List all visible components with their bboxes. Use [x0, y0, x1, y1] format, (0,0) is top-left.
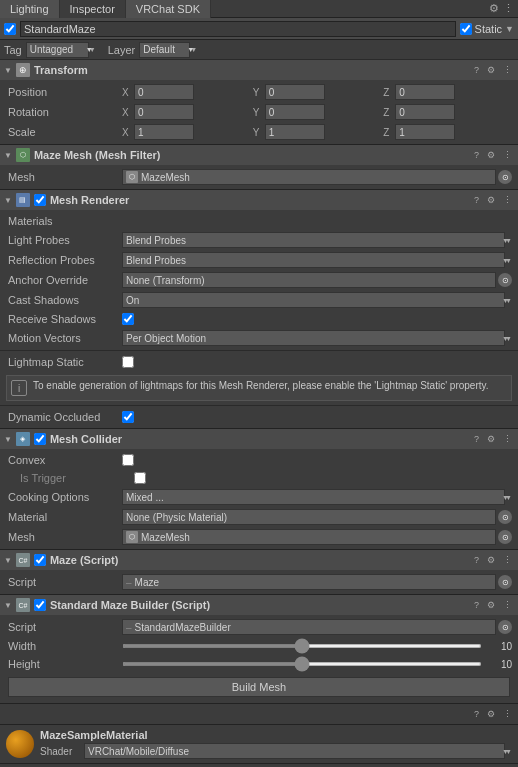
mesh-renderer-header[interactable]: ▼ ▤ Mesh Renderer ? ⚙ ⋮ — [0, 190, 518, 210]
rot-y-input[interactable] — [265, 104, 325, 120]
mesh-collider-menu-icon[interactable]: ⚙ — [485, 434, 497, 444]
static-checkbox[interactable] — [460, 23, 472, 35]
static-dropdown-arrow[interactable]: ▼ — [505, 24, 514, 34]
is-trigger-checkbox[interactable] — [134, 472, 146, 484]
pos-z-label: Z — [383, 87, 393, 98]
material-help-icon[interactable]: ? — [472, 709, 481, 719]
anchor-override-value: None (Transform) — [126, 275, 205, 286]
maze-builder-header[interactable]: ▼ C# Standard Maze Builder (Script) ? ⚙ … — [0, 595, 518, 615]
transform-help-icon[interactable]: ? — [472, 65, 481, 75]
layer-label: Layer — [108, 44, 136, 56]
mesh-filter-fold-arrow: ▼ — [4, 151, 12, 160]
rot-x-input[interactable] — [134, 104, 194, 120]
position-row: Position X Y Z — [0, 82, 518, 102]
height-slider[interactable] — [122, 662, 482, 666]
collider-mesh-picker[interactable]: ⊙ — [498, 530, 512, 544]
mesh-filter-help-icon[interactable]: ? — [472, 150, 481, 160]
cast-shadows-select[interactable]: On — [122, 292, 505, 308]
mesh-renderer-menu-icon[interactable]: ⚙ — [485, 195, 497, 205]
tab-lighting[interactable]: Lighting — [0, 0, 60, 18]
pos-x-input[interactable] — [134, 84, 194, 100]
convex-checkbox[interactable] — [122, 454, 134, 466]
width-value: 10 — [484, 641, 512, 652]
receive-shadows-row: Receive Shadows — [0, 310, 518, 328]
maze-builder-help-icon[interactable]: ? — [472, 600, 481, 610]
maze-script-fold-arrow: ▼ — [4, 556, 12, 565]
mesh-collider-header[interactable]: ▼ ◈ Mesh Collider ? ⚙ ⋮ — [0, 429, 518, 449]
mesh-filter-header[interactable]: ▼ ⬡ Maze Mesh (Mesh Filter) ? ⚙ ⋮ — [0, 145, 518, 165]
material-dots-icon[interactable]: ⋮ — [501, 709, 514, 719]
tag-select[interactable]: Untagged — [26, 42, 89, 58]
pos-x-label: X — [122, 87, 132, 98]
mesh-collider-help-icon[interactable]: ? — [472, 434, 481, 444]
motion-vectors-select[interactable]: Per Object Motion — [122, 330, 505, 346]
pos-y-input[interactable] — [265, 84, 325, 100]
lightmap-static-label: Lightmap Static — [8, 356, 118, 368]
dynamic-occluded-checkbox[interactable] — [122, 411, 134, 423]
mesh-filter-mesh-icon: ⬡ — [126, 171, 138, 183]
maze-script-help-icon[interactable]: ? — [472, 555, 481, 565]
transform-menu-icon[interactable]: ⚙ — [485, 65, 497, 75]
mesh-renderer-fold-arrow: ▼ — [4, 196, 12, 205]
anchor-override-picker[interactable]: ⊙ — [498, 273, 512, 287]
tab-inspector[interactable]: Inspector — [60, 0, 126, 18]
layer-select[interactable]: Default — [139, 42, 190, 58]
mesh-renderer-checkbox[interactable] — [34, 194, 46, 206]
transform-component: ▼ ⊕ Transform ? ⚙ ⋮ Position X Y — [0, 60, 518, 145]
mesh-collider-dots-icon[interactable]: ⋮ — [501, 434, 514, 444]
main-content: Static ▼ Tag Untagged ▼ Layer Default ▼ … — [0, 18, 518, 767]
mesh-filter-mesh-field: ⬡ MazeMesh — [122, 169, 496, 185]
tab-vrchat-sdk[interactable]: VRChat SDK — [126, 0, 211, 18]
object-active-checkbox[interactable] — [4, 23, 16, 35]
shader-select[interactable]: VRChat/Mobile/Diffuse — [84, 743, 505, 759]
transform-icon: ⊕ — [16, 63, 30, 77]
receive-shadows-label: Receive Shadows — [8, 313, 118, 325]
maze-script-picker[interactable]: ⊙ — [498, 575, 512, 589]
mesh-collider-checkbox[interactable] — [34, 433, 46, 445]
material-info: MazeSampleMaterial Shader VRChat/Mobile/… — [40, 729, 512, 759]
mesh-filter-dots-icon[interactable]: ⋮ — [501, 150, 514, 160]
scale-y-input[interactable] — [265, 124, 325, 140]
scale-z-input[interactable] — [395, 124, 455, 140]
mesh-filter-mesh-picker[interactable]: ⊙ — [498, 170, 512, 184]
width-slider[interactable] — [122, 644, 482, 648]
mesh-filter-menu-icon[interactable]: ⚙ — [485, 150, 497, 160]
maze-script-checkbox[interactable] — [34, 554, 46, 566]
pos-z-input[interactable] — [395, 84, 455, 100]
maze-builder-dots-icon[interactable]: ⋮ — [501, 600, 514, 610]
transform-header[interactable]: ▼ ⊕ Transform ? ⚙ ⋮ — [0, 60, 518, 80]
scale-x-label: X — [122, 127, 132, 138]
maze-builder-checkbox[interactable] — [34, 599, 46, 611]
cooking-options-select[interactable]: Mixed ... — [122, 489, 505, 505]
maze-builder-menu-icon[interactable]: ⚙ — [485, 600, 497, 610]
mesh-renderer-dots-icon[interactable]: ⋮ — [501, 195, 514, 205]
mesh-filter-mesh-label: Mesh — [8, 171, 118, 183]
scale-x-input[interactable] — [134, 124, 194, 140]
transform-fold-arrow: ▼ — [4, 66, 12, 75]
build-mesh-button[interactable]: Build Mesh — [8, 677, 510, 697]
material-footer: MazeSampleMaterial Shader VRChat/Mobile/… — [0, 724, 518, 763]
material-menu-icon[interactable]: ⚙ — [485, 709, 497, 719]
rot-z-input[interactable] — [395, 104, 455, 120]
maze-builder-script-picker[interactable]: ⊙ — [498, 620, 512, 634]
maze-script-menu-icon[interactable]: ⚙ — [485, 555, 497, 565]
tag-select-wrapper: Untagged ▼ — [26, 42, 96, 58]
object-name-input[interactable] — [20, 21, 456, 37]
reflection-probes-select[interactable]: Blend Probes — [122, 252, 505, 268]
rotation-row: Rotation X Y Z — [0, 102, 518, 122]
maze-script-dots-icon[interactable]: ⋮ — [501, 555, 514, 565]
mesh-collider-title: Mesh Collider — [50, 433, 468, 445]
maze-script-header[interactable]: ▼ C# Maze (Script) ? ⚙ ⋮ — [0, 550, 518, 570]
mesh-renderer-help-icon[interactable]: ? — [472, 195, 481, 205]
collider-material-picker[interactable]: ⊙ — [498, 510, 512, 524]
mesh-renderer-body: Materials Light Probes Blend Probes ▼ Re… — [0, 210, 518, 428]
tag-label: Tag — [4, 44, 22, 56]
lightmap-static-checkbox[interactable] — [122, 356, 134, 368]
pos-y-label: Y — [253, 87, 263, 98]
anchor-override-field: None (Transform) — [122, 272, 496, 288]
light-probes-select[interactable]: Blend Probes — [122, 232, 505, 248]
mesh-filter-title: Maze Mesh (Mesh Filter) — [34, 149, 468, 161]
cooking-options-label: Cooking Options — [8, 491, 118, 503]
receive-shadows-checkbox[interactable] — [122, 313, 134, 325]
transform-dots-icon[interactable]: ⋮ — [501, 65, 514, 75]
